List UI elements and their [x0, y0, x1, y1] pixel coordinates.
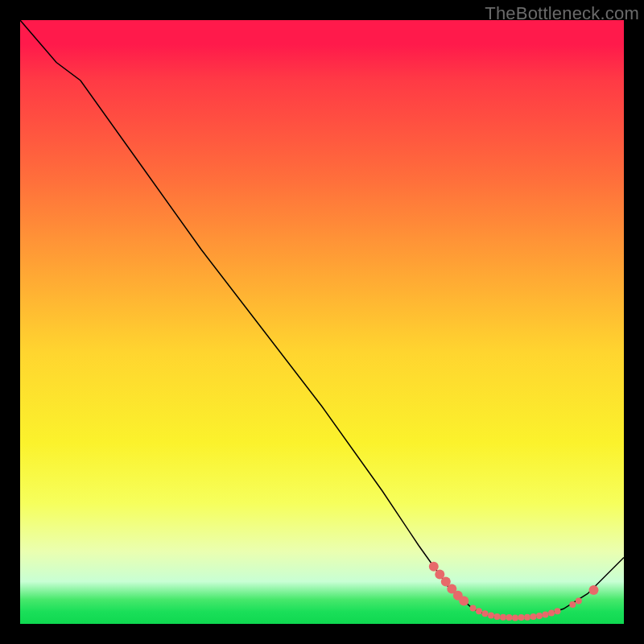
curve-marker	[488, 613, 494, 619]
curve-marker	[569, 601, 576, 608]
curve-marker	[441, 577, 451, 587]
curve-layer	[20, 20, 624, 624]
curve-marker	[500, 614, 506, 621]
curve-marker	[506, 614, 513, 621]
curve-marker	[470, 605, 477, 612]
curve-marker	[482, 610, 489, 617]
curve-marker	[548, 610, 555, 617]
curve-marker	[512, 615, 518, 621]
curve-marker	[518, 614, 525, 621]
curve-marker	[543, 611, 549, 617]
curve-marker	[476, 608, 482, 614]
curve-markers	[429, 562, 599, 621]
curve-marker	[447, 584, 456, 594]
curve-marker	[429, 562, 439, 572]
curve-marker	[576, 598, 582, 605]
bottleneck-curve	[20, 20, 624, 618]
chart-container: TheBottleneck.com	[0, 0, 644, 644]
curve-marker	[494, 613, 501, 620]
curve-marker	[524, 614, 530, 621]
curve-marker	[435, 570, 444, 580]
curve-marker	[453, 591, 463, 601]
curve-marker	[589, 585, 599, 595]
curve-marker	[459, 597, 469, 606]
curve-marker	[555, 608, 561, 614]
curve-marker	[530, 613, 537, 620]
plot-area	[20, 20, 624, 624]
curve-marker	[536, 613, 543, 619]
